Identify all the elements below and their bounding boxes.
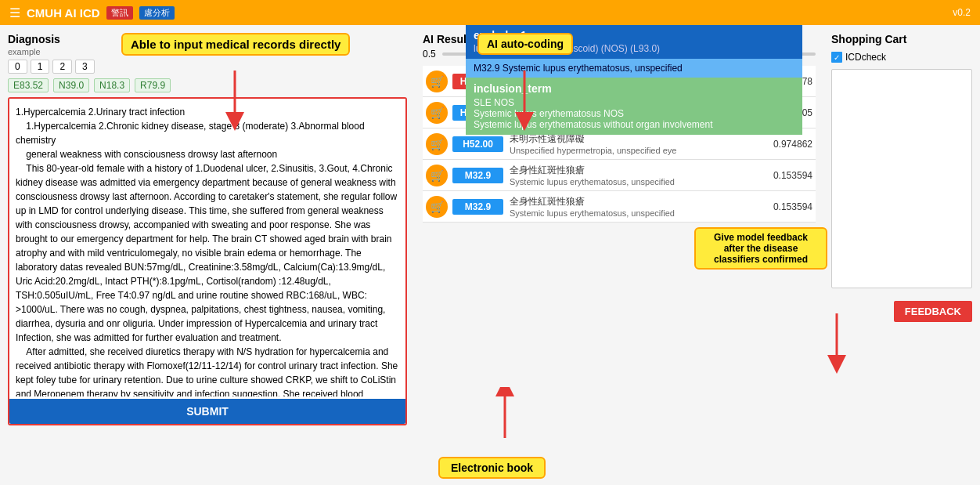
example-btn-3[interactable]: 3 [75,60,95,74]
annot-input-records: Able to input medical records directly [121,33,350,56]
example-buttons: 0 1 2 3 [8,60,407,74]
popup-inclusion-item-0: SLE NOS [474,97,794,108]
icd-tags: E83.52 N39.0 N18.3 R79.9 [8,78,407,92]
annot-feedback: Give model feedback after the disease cl… [694,227,827,270]
icd-code-btn-2[interactable]: H52.00 [452,136,503,152]
example-btn-1[interactable]: 1 [31,60,50,74]
icd-tag-3: R79.9 [135,78,171,92]
icd-score-3: 0.153594 [773,170,812,181]
medical-textarea[interactable]: 1.Hypercalcemia 2.Urinary tract infectio… [9,99,405,396]
icd-row-last: 🛒 M32.9 全身性紅斑性狼瘡 Systemic lupus erythema… [423,191,816,223]
main-container: Diagnosis example 0 1 2 3 E83.52 N39.0 N… [0,25,980,485]
cart-icon-3[interactable]: 🛒 [426,165,448,186]
cart-icon-1[interactable]: 🛒 [426,102,448,124]
icdcheck-label: ICDcheck [845,52,886,63]
popup-subcode[interactable]: M32.9 Systemic lupus erythematosus, unsp… [466,59,802,78]
icd-tag-2: N18.3 [94,78,130,92]
menu-icon[interactable]: ☰ [9,5,20,20]
icdcheck-row: ✓ ICDcheck [831,52,972,63]
badge-warning[interactable]: 警訊 [106,6,133,20]
icd-tag-1: N39.0 [53,78,89,92]
icd-row-3: 🛒 M32.9 全身性紅斑性狼瘡 Systemic lupus erythema… [423,160,816,191]
version-label: v0.2 [953,7,971,18]
icd-code-btn-last[interactable]: M32.9 [452,199,503,215]
icd-desc-en-last: Systemic lupus erythematosus, unspecifie… [510,208,767,218]
popup-inclusion: inclusion_term SLE NOS Systemic lupus er… [466,78,802,135]
feedback-button[interactable]: FEEDBACK [894,301,972,322]
app-title: CMUH AI ICD [27,6,100,20]
popup-inclusion-item-2: Systemic lupus erythematosus without org… [474,119,794,130]
cart-title: Shopping Cart [831,33,972,45]
icdcheck-checkbox[interactable]: ✓ [831,52,842,63]
example-btn-2[interactable]: 2 [52,60,72,74]
icd-score-last: 0.153594 [773,201,812,212]
badge-analysis[interactable]: 慮分析 [139,6,175,20]
left-panel: Diagnosis example 0 1 2 3 E83.52 N39.0 N… [0,25,415,485]
icd-popup-area: 🛒 M32.9 全身性紅斑性狼瘡 Systemic lupus erythema… [423,160,816,191]
icd-desc-last: 全身性紅斑性狼瘡 Systemic lupus erythematosus, u… [510,195,767,218]
icd-desc-en-2: Unspecified hypermetropia, unspecified e… [510,146,767,155]
annot-ai-coding: AI auto-coding [477,33,573,55]
icd-tag-0: E83.52 [8,78,49,92]
icd-desc-2: 未明示性遠視障礙 Unspecified hypermetropia, unsp… [510,132,767,155]
icd-score-2: 0.974862 [773,139,812,150]
icd-desc-zh-last: 全身性紅斑性狼瘡 [510,195,767,208]
icd-desc-en-3: Systemic lupus erythematosus, unspecifie… [510,177,767,186]
annot-electronic-book: Electronic book [438,457,546,479]
right-panel: Shopping Cart ✓ ICDcheck FEEDBACK [823,25,980,485]
threshold-value: 0.5 [423,49,436,60]
popup-inclusion-item-1: Systemic lupus erythematosus NOS [474,108,794,119]
cart-icon-last[interactable]: 🛒 [426,196,448,218]
icd-desc-zh-3: 全身性紅斑性狼瘡 [510,164,767,177]
icd-code-btn-3[interactable]: M32.9 [452,168,503,183]
icd-desc-3: 全身性紅斑性狼瘡 Systemic lupus erythematosus, u… [510,164,767,186]
icd-list: 🛒 H52.209 未明示側性散光 Unspecified astigmatis… [423,66,816,223]
cart-icon-0[interactable]: 🛒 [426,71,448,92]
submit-button[interactable]: SUBMIT [9,399,405,424]
popup-inclusion-title: inclusion_term [474,82,794,95]
example-btn-0[interactable]: 0 [8,60,27,74]
cart-codes-box [831,69,972,288]
textarea-wrapper: 1.Hypercalcemia 2.Urinary tract infectio… [8,97,407,425]
app-header: ☰ CMUH AI ICD 警訊 慮分析 v0.2 [0,0,980,25]
cart-icon-2[interactable]: 🛒 [426,133,448,155]
